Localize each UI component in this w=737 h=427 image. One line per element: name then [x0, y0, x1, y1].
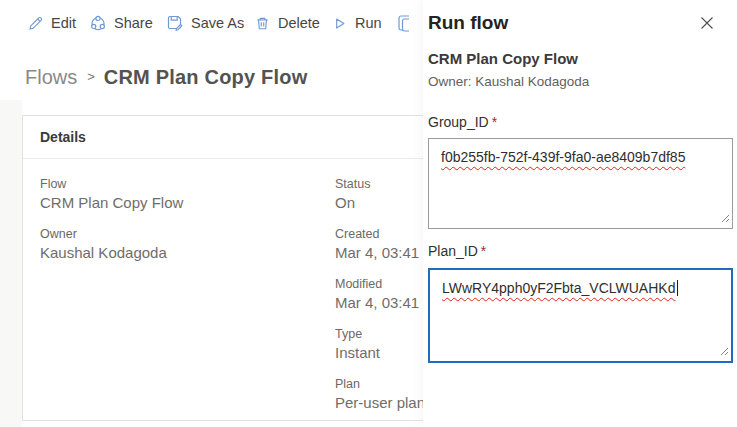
detail-value: On [335, 193, 425, 213]
detail-value: Kaushal Kodagoda [40, 243, 183, 263]
toolbar-button-label: Delete [278, 15, 320, 31]
detail-label: Status [335, 176, 425, 193]
plan-id-textarea[interactable]: LWwRY4pph0yF2Fbta_VCLWUAHKd [428, 268, 733, 363]
detail-value: Mar 4, 03:41 [335, 243, 425, 263]
detail-value: Per-user plan [335, 393, 425, 413]
toolbar-button-run[interactable]: Run [331, 0, 382, 46]
detail-field-flow: Flow CRM Plan Copy Flow [40, 176, 183, 213]
text-cursor [677, 280, 678, 296]
detail-field-type: Type Instant [335, 326, 425, 363]
required-asterisk: * [492, 114, 497, 130]
toolbar-button-edit[interactable]: Edit [27, 0, 76, 46]
resize-handle-icon[interactable] [721, 210, 730, 226]
plan-id-value: LWwRY4pph0yF2Fbta_VCLWUAHKd [442, 280, 675, 296]
toolbar-button-save-as[interactable]: Save As [166, 0, 244, 46]
detail-label: Flow [40, 176, 183, 193]
toolbar-button-label: Save As [191, 15, 244, 31]
toolbar-button-label: Run [355, 15, 382, 31]
details-left-column: Flow CRM Plan Copy Flow Owner Kaushal Ko… [40, 176, 183, 276]
run-flow-panel: Run flow CRM Plan Copy Flow Owner: Kaush… [423, 0, 737, 427]
toolbar-button-label: Share [114, 15, 153, 31]
run-icon [331, 15, 348, 32]
detail-label: Plan [335, 376, 425, 393]
resize-handle-icon[interactable] [720, 343, 729, 359]
panel-title: Run flow [428, 12, 508, 34]
command-bar: Edit Share Save As [0, 0, 423, 46]
group-id-value: f0b255fb-752f-439f-9fa0-ae8409b7df85 [441, 149, 685, 165]
detail-field-plan: Plan Per-user plan [335, 376, 425, 413]
left-gutter [0, 100, 22, 427]
detail-label: Owner [40, 226, 183, 243]
detail-field-modified: Modified Mar 4, 03:41 [335, 276, 425, 313]
detail-value: Instant [335, 343, 425, 363]
close-icon [700, 16, 714, 33]
detail-label: Type [335, 326, 425, 343]
detail-label: Created [335, 226, 425, 243]
toolbar-button-share[interactable]: Share [89, 0, 153, 46]
edit-icon [27, 15, 44, 32]
detail-field-owner: Owner Kaushal Kodagoda [40, 226, 183, 263]
plan-id-label: Plan_ID* [428, 243, 486, 259]
details-right-column: Status On Created Mar 4, 03:41 Modified … [335, 176, 425, 426]
field-label-text: Group_ID [428, 114, 489, 130]
group-id-label: Group_ID* [428, 114, 497, 130]
save-as-icon [166, 14, 184, 32]
breadcrumb: Flows > CRM Plan Copy Flow [25, 62, 307, 92]
share-icon [89, 14, 107, 32]
copy-icon[interactable] [398, 14, 409, 33]
delete-icon [254, 15, 271, 32]
detail-field-created: Created Mar 4, 03:41 [335, 226, 425, 263]
close-button[interactable] [698, 15, 716, 33]
detail-value: CRM Plan Copy Flow [40, 193, 183, 213]
toolbar-button-label: Edit [51, 15, 76, 31]
panel-owner-line: Owner: Kaushal Kodagoda [428, 74, 589, 89]
required-asterisk: * [481, 243, 486, 259]
panel-flow-name: CRM Plan Copy Flow [428, 50, 578, 67]
detail-label: Modified [335, 276, 425, 293]
field-label-text: Plan_ID [428, 243, 478, 259]
breadcrumb-separator-icon: > [87, 69, 95, 84]
page-title: CRM Plan Copy Flow [104, 66, 308, 89]
detail-field-status: Status On [335, 176, 425, 213]
group-id-textarea[interactable]: f0b255fb-752f-439f-9fa0-ae8409b7df85 [428, 138, 733, 229]
breadcrumb-flows-link[interactable]: Flows [25, 66, 77, 89]
detail-value: Mar 4, 03:41 [335, 293, 425, 313]
toolbar-button-delete[interactable]: Delete [254, 0, 320, 46]
